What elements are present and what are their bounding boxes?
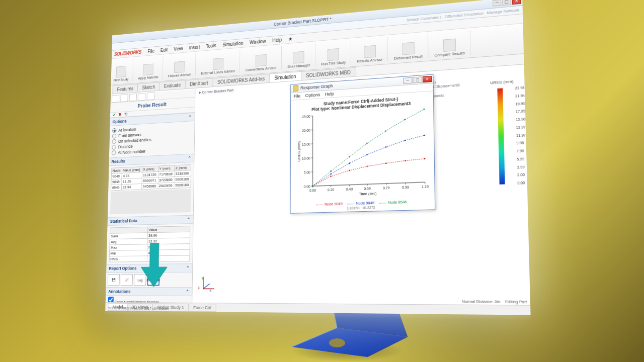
pm-icon-4[interactable] bbox=[138, 93, 145, 101]
colorbar-ticks: 23.94 21.94 19.95 17.95 15.96 13.97 11.9… bbox=[515, 85, 527, 185]
tab-evaluate[interactable]: Evaluate bbox=[159, 80, 185, 90]
pm-icon-5[interactable] bbox=[147, 92, 154, 100]
menu-window[interactable]: Window bbox=[247, 37, 269, 46]
options-header: Options bbox=[113, 119, 127, 124]
ribbon-external-loads[interactable]: External Loads Advisor bbox=[201, 50, 240, 76]
ribbon-compare[interactable]: Compare Results bbox=[434, 30, 471, 58]
bottom-tab-motion[interactable]: Motion Study 1 bbox=[152, 303, 189, 311]
log-button[interactable]: Log bbox=[134, 274, 146, 286]
svg-text:0.40: 0.40 bbox=[346, 187, 353, 191]
bottom-tab-forcectrl[interactable]: Force Ctrl bbox=[188, 303, 216, 311]
svg-text:URES (mm): URES (mm) bbox=[297, 141, 301, 161]
collapse-icon[interactable]: ⌃ bbox=[188, 156, 191, 161]
results-empty-area bbox=[110, 189, 191, 215]
response-button[interactable]: Response bbox=[147, 274, 160, 286]
manage-network-link[interactable]: Manage Network bbox=[487, 8, 519, 15]
collapse-icon[interactable]: ⌃ bbox=[187, 217, 190, 222]
pm-icon-3[interactable] bbox=[129, 94, 137, 102]
menu-view[interactable]: View bbox=[171, 45, 186, 53]
graph-menu-help[interactable]: Help bbox=[325, 91, 334, 97]
ribbon-deformed[interactable]: Deformed Result bbox=[394, 34, 429, 61]
collapse-icon[interactable]: ⌃ bbox=[186, 265, 190, 270]
results-table: Node Value (mm) X (mm) Y (mm) Z (mm) 904… bbox=[111, 164, 191, 191]
maximize-button[interactable]: ▢ bbox=[502, 0, 511, 6]
svg-line-5 bbox=[203, 284, 210, 289]
menu-edit[interactable]: Edit bbox=[157, 46, 171, 54]
pm-title: Probe Result bbox=[110, 98, 195, 113]
svg-text:20.00: 20.00 bbox=[302, 128, 310, 132]
menu-simulation[interactable]: Simulation bbox=[219, 39, 247, 49]
graph-max-button[interactable]: ▢ bbox=[413, 76, 422, 83]
graph-window-icon bbox=[293, 85, 298, 91]
svg-point-56 bbox=[423, 109, 425, 110]
radio-node-number[interactable] bbox=[112, 150, 116, 155]
collapse-icon[interactable]: ⌃ bbox=[186, 289, 189, 294]
ribbon-new-study[interactable]: New Study bbox=[114, 59, 134, 82]
options-body: At location From sensors On selected ent… bbox=[109, 121, 195, 158]
annotation-arrow-icon bbox=[141, 243, 168, 287]
fixtures-icon bbox=[174, 61, 185, 73]
tab-features[interactable]: Features bbox=[112, 84, 138, 94]
svg-text:15.00: 15.00 bbox=[302, 142, 310, 146]
ribbon-apply-material[interactable]: Apply Material bbox=[138, 56, 163, 80]
graph-plot-area: Study name:Force Ctrl(-Added Strut-) Plo… bbox=[291, 91, 435, 202]
ribbon-fixtures[interactable]: Fixtures Advisor bbox=[168, 53, 196, 78]
close-button[interactable]: ✕ bbox=[512, 0, 521, 5]
graph-window-title: Response Graph bbox=[300, 83, 333, 90]
svg-text:Time (sec): Time (sec) bbox=[359, 191, 377, 197]
report-header: Report Options bbox=[109, 266, 136, 271]
svg-point-57 bbox=[292, 340, 403, 362]
svg-text:5.00: 5.00 bbox=[304, 170, 310, 174]
app-logo: SOLIDWORKS bbox=[114, 49, 141, 57]
show-node-checkbox[interactable] bbox=[108, 297, 114, 303]
ribbon-run[interactable]: Run This Study bbox=[321, 40, 351, 66]
tab-addins[interactable]: SOLIDWORKS Add-Ins bbox=[212, 74, 270, 87]
plot-button[interactable]: 📈 bbox=[121, 274, 133, 286]
pm-ok-button[interactable]: ✔ bbox=[113, 113, 116, 118]
bottom-tab-model[interactable]: Model bbox=[108, 303, 128, 311]
pm-icon-2[interactable] bbox=[120, 94, 128, 102]
radio-distance[interactable] bbox=[112, 145, 116, 150]
table-row[interactable]: 90494.74113172571706393318380 bbox=[111, 170, 191, 179]
table-row[interactable]: 984511.29858097137236805909100 bbox=[111, 176, 191, 185]
save-results-button[interactable]: 💾 bbox=[108, 274, 120, 286]
menu-file[interactable]: File bbox=[145, 47, 157, 55]
radio-at-location[interactable] bbox=[112, 128, 116, 133]
new-study-icon bbox=[116, 66, 126, 77]
minimize-button[interactable]: ─ bbox=[493, 0, 501, 7]
graph-close-button[interactable]: ✕ bbox=[423, 76, 432, 83]
menu-star-icon[interactable]: ★ bbox=[285, 35, 295, 43]
pm-pushpin-icon[interactable]: ⟲ bbox=[124, 112, 128, 117]
pm-icon-1[interactable] bbox=[112, 95, 119, 103]
bottom-tab-3dviews[interactable]: 3D Views bbox=[127, 303, 153, 311]
graph-min-button[interactable]: ─ bbox=[403, 77, 412, 84]
ribbon-connections[interactable]: Connections Advisor bbox=[246, 46, 282, 72]
tab-dimxpert[interactable]: DimXpert bbox=[185, 78, 213, 88]
ribbon-shell[interactable]: Shell Manager bbox=[287, 43, 315, 69]
graph-menu-options[interactable]: Options bbox=[305, 92, 320, 98]
run-icon bbox=[328, 48, 339, 61]
results-icon bbox=[364, 45, 376, 58]
menu-tools[interactable]: Tools bbox=[203, 42, 219, 50]
svg-text:0.79: 0.79 bbox=[383, 186, 390, 190]
svg-text:25.00: 25.00 bbox=[302, 115, 310, 119]
svg-text:0.00: 0.00 bbox=[309, 189, 316, 193]
stats-header: Statistical Data bbox=[110, 218, 137, 224]
collapse-icon[interactable]: ⌃ bbox=[188, 115, 192, 120]
ribbon-results-advisor[interactable]: Results Advisor bbox=[357, 37, 388, 64]
pm-cancel-button[interactable]: ✖ bbox=[118, 112, 122, 117]
table-row[interactable]: 854623.94545890828434565909100 bbox=[111, 182, 191, 191]
menu-help[interactable]: Help bbox=[269, 36, 285, 44]
material-icon bbox=[143, 63, 153, 75]
radio-from-sensors[interactable] bbox=[112, 134, 116, 139]
svg-text:0.99: 0.99 bbox=[402, 185, 409, 189]
tab-sketch[interactable]: Sketch bbox=[137, 82, 159, 92]
graphics-viewport[interactable]: ▸ Corner Bracket Part Corner Bracket Par… bbox=[192, 65, 530, 305]
svg-text:0.20: 0.20 bbox=[328, 188, 334, 192]
menu-insert[interactable]: Insert bbox=[186, 43, 203, 52]
tab-simulation[interactable]: Simulation bbox=[269, 71, 301, 82]
radio-selected-entities[interactable] bbox=[112, 139, 116, 144]
deformed-icon bbox=[402, 42, 414, 55]
response-graph-window[interactable]: Response Graph ─ ▢ ✕ File Options Help bbox=[290, 74, 436, 214]
graph-menu-file[interactable]: File bbox=[294, 94, 301, 99]
